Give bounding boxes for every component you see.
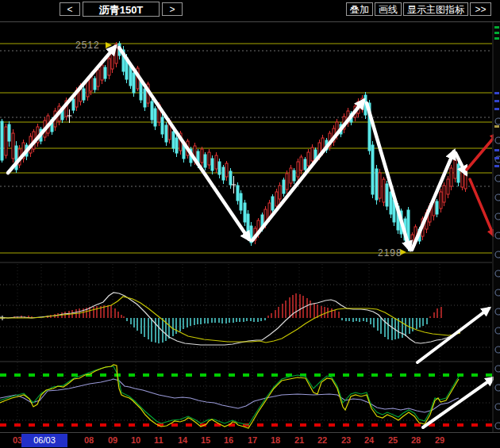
axis-tick-label: 09	[108, 435, 117, 445]
low-price-label: 2198	[378, 247, 402, 258]
axis-tick-label: 08	[84, 435, 94, 445]
high-price-label: 2512	[75, 40, 100, 51]
time-axis[interactable]: 03 06/03 14:00 0809101114151617182122232…	[0, 432, 500, 448]
axis-tick-label: 23	[341, 435, 351, 445]
titlebar: < 沥青150T > 叠加 画线 显示主图指标 >>	[0, 0, 500, 22]
trading-app: < 沥青150T > 叠加 画线 显示主图指标 >> 2512 2198 03 …	[0, 0, 500, 448]
axis-tick-label: 22	[317, 435, 327, 445]
axis-tick-label: 25	[388, 435, 398, 445]
axis-tick-label: 14	[178, 435, 187, 445]
axis-tick-label: 29	[435, 435, 444, 445]
axis-tick-label: 28	[411, 435, 421, 445]
symbol-title-button[interactable]: 沥青150T	[83, 2, 160, 17]
prev-symbol-button[interactable]: <	[60, 2, 80, 16]
axis-tick-label: 18	[271, 435, 280, 445]
crosshair-datetime-badge: 06/03 14:00	[21, 434, 67, 447]
axis-tick-label: 17	[248, 435, 257, 445]
axis-tick-label: 10	[131, 435, 140, 445]
axis-tick-label: 24	[364, 435, 374, 445]
axis-tick-label: 15	[201, 435, 210, 445]
axis-tick-label: 16	[224, 435, 233, 445]
more-button[interactable]: >>	[470, 2, 491, 16]
axis-tick-label: 21	[294, 435, 304, 445]
draw-line-button[interactable]: 画线	[375, 2, 402, 16]
main-indicators-button[interactable]: 显示主图指标	[403, 2, 468, 16]
overlay-button[interactable]: 叠加	[346, 2, 373, 16]
axis-tick-label: 11	[154, 435, 163, 445]
chart-canvas[interactable]	[0, 0, 500, 448]
next-symbol-button[interactable]: >	[162, 2, 183, 16]
